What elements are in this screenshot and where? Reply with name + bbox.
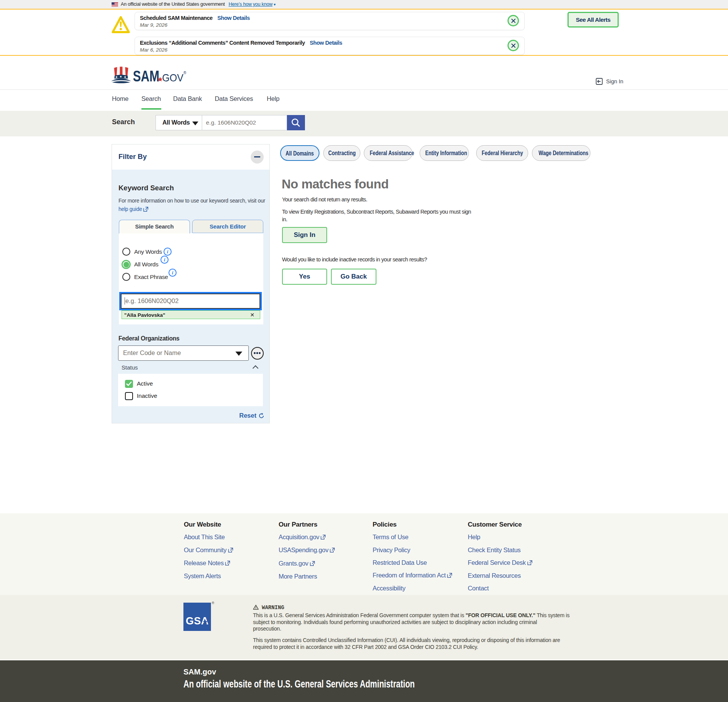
svg-text:SAM: SAM (133, 68, 159, 85)
svg-text:GOV: GOV (162, 72, 183, 84)
svg-text:®: ® (183, 71, 186, 75)
